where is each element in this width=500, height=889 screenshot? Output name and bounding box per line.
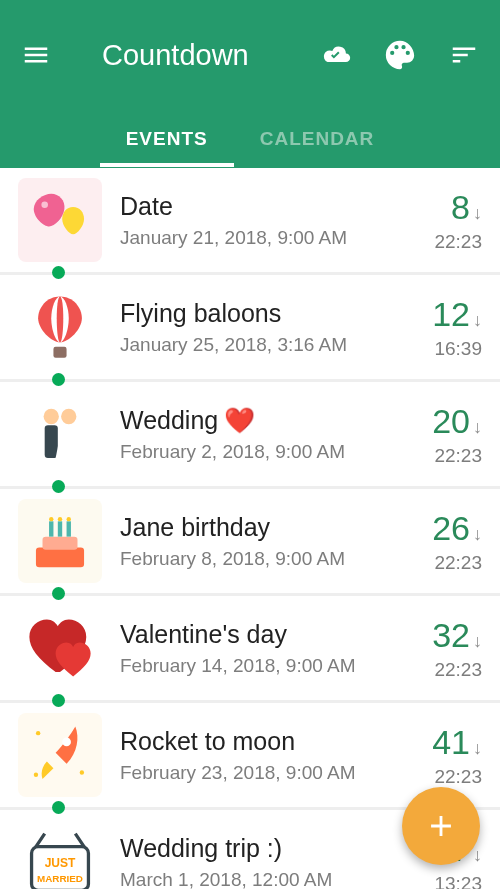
svg-rect-5 — [45, 425, 58, 458]
svg-point-17 — [34, 773, 38, 777]
event-time: 22:23 — [434, 552, 482, 574]
arrow-down-icon: ↓ — [473, 203, 482, 224]
timeline-dot — [52, 266, 65, 279]
timeline-dot — [52, 587, 65, 600]
svg-point-4 — [61, 409, 76, 424]
arrow-down-icon: ↓ — [473, 631, 482, 652]
svg-rect-10 — [67, 521, 71, 536]
event-title: Wedding trip :) — [120, 834, 282, 863]
event-time: 22:23 — [434, 659, 482, 681]
event-days: 12 — [432, 295, 470, 334]
arrow-down-icon: ↓ — [473, 738, 482, 759]
event-time: 13:23 — [434, 873, 482, 890]
event-row[interactable]: Valentine's day February 14, 2018, 9:00 … — [0, 596, 500, 700]
palette-icon[interactable] — [382, 37, 418, 73]
event-title: Rocket to moon — [120, 727, 295, 756]
plus-icon — [424, 809, 458, 843]
event-date: January 25, 2018, 3:16 AM — [120, 334, 424, 356]
event-days: 8 — [451, 188, 470, 227]
tab-events[interactable]: EVENTS — [100, 111, 234, 167]
event-days: 26 — [432, 509, 470, 548]
svg-point-15 — [36, 731, 40, 735]
svg-text:JUST: JUST — [45, 856, 76, 870]
svg-rect-2 — [53, 347, 66, 358]
svg-point-1 — [41, 201, 48, 208]
event-thumb-cake-icon — [18, 499, 102, 583]
event-row[interactable]: Date January 21, 2018, 9:00 AM 8↓ 22:23 — [0, 168, 500, 272]
event-date: February 8, 2018, 9:00 AM — [120, 548, 424, 570]
event-date: February 14, 2018, 9:00 AM — [120, 655, 424, 677]
event-thumb-hearts-icon — [18, 606, 102, 690]
event-thumb-balloons-icon — [18, 178, 102, 262]
add-event-fab[interactable] — [402, 787, 480, 865]
event-date: February 23, 2018, 9:00 AM — [120, 762, 424, 784]
timeline-dot — [52, 373, 65, 386]
event-days: 32 — [432, 616, 470, 655]
event-row[interactable]: Flying baloons January 25, 2018, 3:16 AM… — [0, 275, 500, 379]
svg-point-13 — [67, 517, 71, 521]
event-list: Date January 21, 2018, 9:00 AM 8↓ 22:23 … — [0, 168, 500, 889]
event-title: Date — [120, 192, 173, 221]
event-date: March 1, 2018, 12:00 AM — [120, 869, 424, 890]
event-title: Flying baloons — [120, 299, 281, 328]
svg-point-12 — [58, 517, 62, 521]
cloud-check-icon[interactable] — [318, 37, 354, 73]
svg-text:MARRIED: MARRIED — [37, 873, 83, 884]
event-time: 22:23 — [434, 766, 482, 788]
heart-icon: ❤️ — [224, 406, 255, 435]
event-thumb-couple-icon — [18, 392, 102, 476]
svg-rect-7 — [43, 537, 78, 550]
event-days: 20 — [432, 402, 470, 441]
event-title: Jane birthday — [120, 513, 270, 542]
event-row[interactable]: Jane birthday February 8, 2018, 9:00 AM … — [0, 489, 500, 593]
event-days: 41 — [432, 723, 470, 762]
arrow-down-icon: ↓ — [473, 310, 482, 331]
sort-icon[interactable] — [446, 37, 482, 73]
menu-icon[interactable] — [18, 37, 54, 73]
event-time: 22:23 — [434, 445, 482, 467]
svg-point-11 — [49, 517, 53, 521]
app-bar: Countdown — [0, 0, 500, 110]
svg-point-3 — [44, 409, 59, 424]
svg-rect-6 — [36, 548, 84, 568]
event-time: 22:23 — [434, 231, 482, 253]
event-time: 16:39 — [434, 338, 482, 360]
event-title: Wedding — [120, 406, 218, 435]
event-thumb-rocket-icon — [18, 713, 102, 797]
app-title: Countdown — [102, 39, 290, 72]
event-thumb-hotair-icon — [18, 285, 102, 369]
event-date: January 21, 2018, 9:00 AM — [120, 227, 426, 249]
event-thumb-justmarried-icon: JUSTMARRIED — [18, 820, 102, 889]
tab-bar: EVENTS CALENDAR — [0, 110, 500, 168]
tab-calendar[interactable]: CALENDAR — [234, 111, 401, 167]
event-title: Valentine's day — [120, 620, 287, 649]
svg-point-16 — [80, 770, 84, 774]
timeline-dot — [52, 801, 65, 814]
event-date: February 2, 2018, 9:00 AM — [120, 441, 424, 463]
arrow-down-icon: ↓ — [473, 524, 482, 545]
event-row[interactable]: Wedding ❤️ February 2, 2018, 9:00 AM 20↓… — [0, 382, 500, 486]
svg-point-14 — [62, 738, 71, 747]
svg-rect-9 — [58, 521, 62, 536]
timeline-dot — [52, 694, 65, 707]
svg-rect-8 — [49, 521, 53, 536]
arrow-down-icon: ↓ — [473, 845, 482, 866]
arrow-down-icon: ↓ — [473, 417, 482, 438]
timeline-dot — [52, 480, 65, 493]
